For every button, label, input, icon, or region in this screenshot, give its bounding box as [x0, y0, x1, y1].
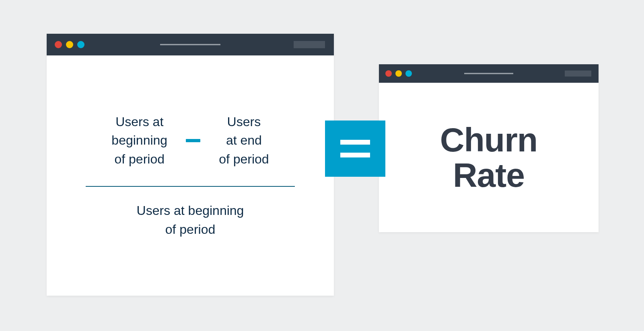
fraction-bar-icon [86, 186, 295, 187]
titlebar-chip-icon [294, 41, 325, 48]
titlebar-line-icon [464, 73, 513, 74]
equals-bar-icon [340, 153, 370, 157]
result-text: Churn [440, 121, 537, 159]
term-text: at end [226, 133, 262, 147]
titlebar-chip-icon [565, 71, 591, 77]
result-window: Churn Rate [379, 64, 599, 232]
term-text: beginning [111, 133, 167, 147]
close-icon [55, 41, 62, 48]
term-text: Users at [115, 114, 163, 129]
equals-bar-icon [340, 140, 370, 145]
titlebar-line-icon [160, 44, 220, 45]
numerator-left-term: Users at beginning of period [111, 112, 167, 168]
close-icon [385, 70, 392, 77]
formula-window: Users at beginning of period Users at en… [47, 34, 334, 296]
minimize-icon [66, 41, 73, 48]
formula-numerator: Users at beginning of period Users at en… [71, 112, 310, 168]
result-text: Rate [453, 156, 525, 194]
maximize-icon [77, 41, 84, 48]
term-text: of period [114, 152, 165, 166]
window-controls [55, 41, 84, 48]
result-label: Churn Rate [440, 122, 537, 193]
maximize-icon [405, 70, 412, 77]
minus-icon [186, 139, 200, 142]
formula-denominator: Users at beginning of period [137, 201, 244, 239]
formula-body: Users at beginning of period Users at en… [47, 55, 334, 296]
equals-icon [325, 121, 385, 177]
term-text: Users [227, 114, 261, 129]
window-controls [385, 70, 412, 77]
formula-window-titlebar [47, 34, 334, 55]
term-text: Users at beginning [137, 203, 244, 218]
minimize-icon [395, 70, 402, 77]
numerator-right-term: Users at end of period [219, 112, 269, 168]
term-text: of period [219, 152, 269, 166]
term-text: of period [165, 222, 216, 237]
result-body: Churn Rate [379, 83, 599, 232]
result-window-titlebar [379, 64, 599, 83]
